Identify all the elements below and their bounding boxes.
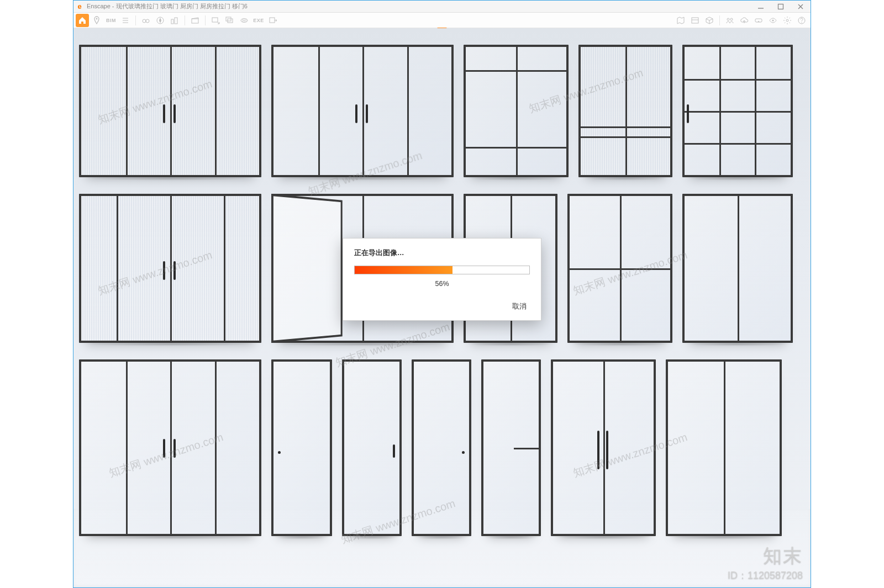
help-icon <box>797 16 806 25</box>
pin-icon <box>92 16 101 25</box>
home-button[interactable] <box>76 14 89 27</box>
image-export-icon <box>211 16 220 25</box>
door-model <box>682 45 793 177</box>
clapper-icon <box>191 16 199 25</box>
walk-mode-button[interactable] <box>139 14 152 27</box>
visibility-button[interactable] <box>766 14 780 27</box>
help-button[interactable] <box>795 14 808 27</box>
door-model <box>551 359 656 536</box>
window-title: Enscape - 现代玻璃推拉门 玻璃门 厨房门 厨房推拉门 移门6 <box>86 2 248 10</box>
eye-icon <box>769 16 777 25</box>
progress-bar <box>354 266 530 274</box>
gear-icon <box>783 16 792 25</box>
list-icon <box>121 16 130 25</box>
buildings-icon <box>170 16 179 25</box>
toolbar: BIM <box>73 13 811 28</box>
orbit-mode-button[interactable] <box>154 14 167 27</box>
maximize-icon <box>776 2 785 11</box>
exe-label: EXE <box>253 18 264 23</box>
door-model <box>79 359 261 536</box>
settings-button[interactable] <box>781 14 794 27</box>
cloud-upload-icon <box>740 16 749 25</box>
minimap-button[interactable] <box>674 14 687 27</box>
people-icon <box>725 16 734 25</box>
door-model <box>464 45 569 177</box>
door-model <box>666 359 782 536</box>
door-model <box>271 359 332 536</box>
views-list-button[interactable] <box>119 14 132 27</box>
svg-point-26 <box>786 19 788 22</box>
minimize-icon <box>756 2 765 11</box>
enscape-logo-icon: e <box>73 1 86 13</box>
svg-text:360: 360 <box>242 19 247 22</box>
batch-screenshot-button[interactable] <box>223 14 236 27</box>
svg-rect-11 <box>171 19 173 24</box>
render-viewport[interactable]: 知末网 www.znzmo.com 知末网 www.znzmo.com 知末网 … <box>73 28 811 587</box>
map-mode-button[interactable] <box>168 14 181 27</box>
titlebar: e Enscape - 现代玻璃推拉门 玻璃门 厨房门 厨房推拉门 移门6 <box>73 1 811 13</box>
door-model <box>412 359 471 536</box>
progress-fill <box>355 266 452 274</box>
svg-point-4 <box>96 18 98 19</box>
compass-icon <box>156 16 165 25</box>
watermark-id: ID：1120587208 <box>728 569 803 582</box>
svg-rect-13 <box>192 19 198 23</box>
svg-point-9 <box>146 19 149 23</box>
svg-rect-20 <box>692 18 698 23</box>
app-window: e Enscape - 现代玻璃推拉门 玻璃门 厨房门 厨房推拉门 移门6 BI… <box>73 0 811 588</box>
toolbar-separator <box>719 15 720 25</box>
svg-point-28 <box>801 22 802 22</box>
home-icon <box>78 16 87 25</box>
minimize-button[interactable] <box>751 1 771 13</box>
door-model <box>79 45 261 177</box>
door-model <box>481 359 541 536</box>
door-model <box>79 194 261 343</box>
door-model <box>567 194 672 343</box>
exe-export-button[interactable]: EXE <box>252 14 265 27</box>
web-export-button[interactable] <box>266 14 280 27</box>
watermark-brand: 知末 <box>728 543 803 569</box>
svg-point-23 <box>730 18 733 20</box>
binoculars-icon <box>141 16 150 25</box>
cancel-button[interactable]: 取消 <box>509 300 530 314</box>
location-button[interactable] <box>90 14 103 27</box>
svg-point-8 <box>143 19 146 23</box>
vr-headset-icon <box>754 16 763 25</box>
svg-rect-14 <box>212 18 218 22</box>
close-button[interactable] <box>791 1 811 13</box>
door-model <box>342 359 402 536</box>
map-icon <box>676 16 685 25</box>
vr-button[interactable] <box>752 14 765 27</box>
maximize-button[interactable] <box>771 1 791 13</box>
library-icon <box>691 16 699 25</box>
pano-icon: 360 <box>240 16 249 25</box>
materials-button[interactable] <box>703 14 716 27</box>
progress-percent: 56% <box>354 280 530 288</box>
video-button[interactable] <box>188 14 202 27</box>
asset-library-button[interactable] <box>688 14 702 27</box>
collab-button[interactable] <box>723 14 736 27</box>
export-progress-dialog: 正在导出图像… 56% 取消 <box>343 238 541 321</box>
panorama-button[interactable]: 360 <box>238 14 251 27</box>
door-model <box>578 45 672 177</box>
image-batch-icon <box>225 16 234 25</box>
watermark-corner: 知末 ID：1120587208 <box>728 543 803 582</box>
bim-button[interactable]: BIM <box>104 14 118 27</box>
svg-point-25 <box>772 19 774 21</box>
svg-rect-1 <box>778 4 783 9</box>
dialog-title: 正在导出图像… <box>354 248 530 258</box>
svg-rect-12 <box>175 18 177 24</box>
door-model <box>271 45 454 177</box>
close-icon <box>796 2 805 11</box>
cube-icon <box>705 16 714 25</box>
svg-point-22 <box>727 18 729 20</box>
upload-button[interactable] <box>738 14 751 27</box>
svg-rect-19 <box>270 18 275 23</box>
toolbar-separator <box>135 15 136 25</box>
bim-label: BIM <box>106 18 116 23</box>
screenshot-button[interactable] <box>209 14 222 27</box>
toolbar-separator <box>185 15 185 25</box>
toolbar-separator <box>205 15 206 25</box>
door-model <box>682 194 793 343</box>
export-arrow-icon <box>269 16 277 25</box>
